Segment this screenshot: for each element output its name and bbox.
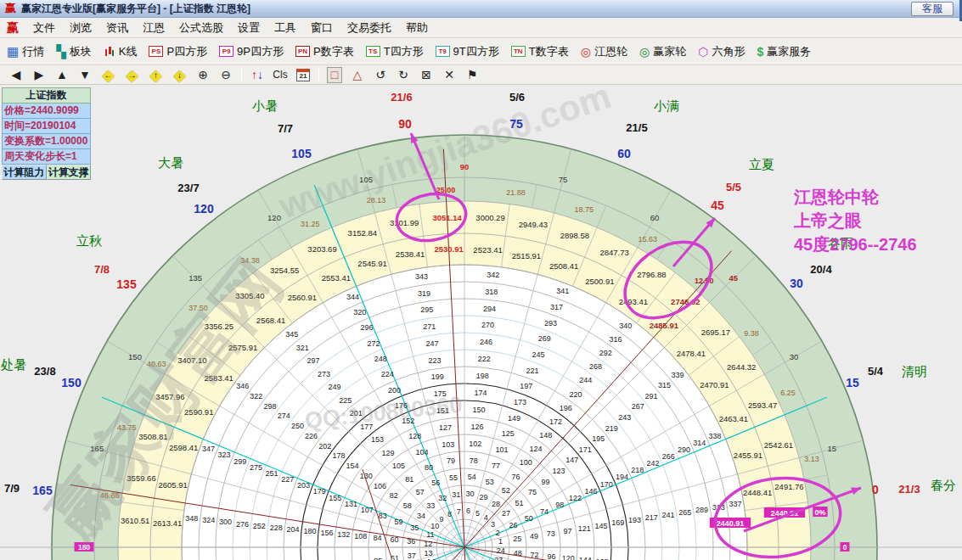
toolbar-label: 赢家轮 xyxy=(653,44,686,59)
forward-icon[interactable]: ▶ xyxy=(31,67,47,83)
svg-text:270: 270 xyxy=(481,321,494,329)
step-up-icon[interactable]: ◆↑ xyxy=(148,67,164,83)
svg-text:3: 3 xyxy=(491,520,495,529)
toolbar-item-7[interactable]: T99T四方形 xyxy=(436,44,499,59)
svg-text:103: 103 xyxy=(442,440,454,449)
updown-icon[interactable]: ↑↓ xyxy=(250,67,265,83)
svg-text:153: 153 xyxy=(371,435,384,444)
menu-item-7[interactable]: 窗口 xyxy=(311,20,333,36)
svg-text:2695.17: 2695.17 xyxy=(701,328,730,337)
zoom-in-icon[interactable]: ⊕ xyxy=(195,67,211,83)
step-right-icon[interactable]: ◆→ xyxy=(124,67,140,83)
svg-text:72: 72 xyxy=(531,551,539,559)
back-icon[interactable]: ◀ xyxy=(8,67,24,83)
boxed-x-icon[interactable]: ⊠ xyxy=(419,67,434,83)
svg-text:296: 296 xyxy=(360,323,373,332)
svg-text:228: 228 xyxy=(270,524,283,532)
menu-item-1[interactable]: 浏览 xyxy=(70,20,92,36)
svg-text:34: 34 xyxy=(417,512,425,520)
svg-text:79: 79 xyxy=(447,456,455,465)
toolbar-item-4[interactable]: P99P四方形 xyxy=(219,44,284,59)
calc-resistance-button[interactable]: 计算阻力 xyxy=(2,165,47,180)
svg-text:3051.14: 3051.14 xyxy=(432,213,462,222)
menu-item-9[interactable]: 帮助 xyxy=(406,20,428,36)
svg-text:276: 276 xyxy=(236,520,249,529)
menu-item-2[interactable]: 资讯 xyxy=(106,20,128,36)
toolbar-item-0[interactable]: ▦行情 xyxy=(7,44,44,59)
svg-text:9: 9 xyxy=(439,515,443,524)
svg-text:221: 221 xyxy=(526,367,538,375)
calendar-icon[interactable]: 21 xyxy=(295,67,311,83)
svg-text:50: 50 xyxy=(525,514,533,523)
svg-text:106: 106 xyxy=(374,482,386,490)
main-toolbar: ▦行情▚板块K线PSP四方形P99P四方形PNP数字表TST四方形T99T四方形… xyxy=(0,38,962,65)
zoom-out-icon[interactable]: ⊖ xyxy=(218,67,233,83)
svg-text:23: 23 xyxy=(494,556,503,560)
calc-support-button[interactable]: 计算支撑 xyxy=(47,165,92,180)
triangle-tool-icon[interactable]: △ xyxy=(350,67,365,83)
svg-text:48: 48 xyxy=(514,549,522,557)
svg-text:2523.41: 2523.41 xyxy=(473,245,502,255)
svg-text:51: 51 xyxy=(515,499,523,507)
down-triangle-icon[interactable]: ▼ xyxy=(77,67,93,83)
menu-item-6[interactable]: 工具 xyxy=(274,20,296,36)
svg-text:145: 145 xyxy=(594,522,607,530)
svg-text:193: 193 xyxy=(628,516,641,524)
instrument-name: 上证指数 xyxy=(2,87,91,104)
rotate-ccw-icon[interactable]: ↺ xyxy=(373,67,388,83)
toolbar-item-2[interactable]: K线 xyxy=(104,44,138,59)
wheel-outer-label-31: 7/9 xyxy=(4,482,20,495)
svg-text:241: 241 xyxy=(661,511,674,519)
ts-icon: TS xyxy=(366,46,380,57)
svg-text:11: 11 xyxy=(426,530,434,539)
rect-tool-icon[interactable]: □ xyxy=(327,67,342,83)
toolbar-item-8[interactable]: TNT数字表 xyxy=(511,44,569,59)
menu-item-0[interactable]: 文件 xyxy=(33,20,55,36)
gann-wheel-chart[interactable]: 1234567891011121314232425262728293031323… xyxy=(0,85,962,560)
step-down-icon[interactable]: ◆↓ xyxy=(172,67,188,83)
menu-item-8[interactable]: 交易委托 xyxy=(347,20,391,36)
toolbar-item-11[interactable]: ⬡六角形 xyxy=(698,44,745,59)
svg-text:243: 243 xyxy=(618,413,631,422)
svg-text:146: 146 xyxy=(584,487,597,496)
rotate-cw-icon[interactable]: ↻ xyxy=(396,67,411,83)
svg-text:28: 28 xyxy=(492,500,500,508)
toolbar-item-3[interactable]: PSP四方形 xyxy=(149,44,207,59)
svg-text:0%: 0% xyxy=(814,508,825,517)
svg-text:100: 100 xyxy=(520,458,532,467)
svg-text:2553.41: 2553.41 xyxy=(322,273,351,283)
svg-text:2485.91: 2485.91 xyxy=(650,321,679,330)
support-button[interactable]: 客服 xyxy=(911,2,954,16)
toolbar-item-1[interactable]: ▚板块 xyxy=(56,44,92,59)
svg-text:31.25: 31.25 xyxy=(301,220,320,228)
menu-item-4[interactable]: 公式选股 xyxy=(179,20,223,36)
app-logo-icon: 赢 xyxy=(5,1,16,16)
svg-text:3000.29: 3000.29 xyxy=(475,213,504,222)
step-left-icon[interactable]: ◆← xyxy=(100,67,116,83)
toolbar-item-10[interactable]: ◎赢家轮 xyxy=(639,44,686,59)
toolbar-item-9[interactable]: ◎江恩轮 xyxy=(581,44,627,59)
cls-icon[interactable]: Cls xyxy=(273,67,288,83)
svg-text:320: 320 xyxy=(353,308,366,316)
toolbar-item-12[interactable]: $赢家服务 xyxy=(757,44,811,59)
svg-text:314: 314 xyxy=(693,439,706,447)
svg-text:274: 274 xyxy=(278,412,290,420)
toolbar-item-5[interactable]: PNP数字表 xyxy=(295,44,354,59)
svg-text:108: 108 xyxy=(354,532,367,540)
svg-text:294: 294 xyxy=(483,305,496,313)
wheel-outer-label-23: 23/7 xyxy=(177,182,199,194)
toolbar-item-6[interactable]: TST四方形 xyxy=(366,44,424,59)
svg-text:60: 60 xyxy=(650,213,660,222)
center-cross-icon[interactable]: ✕ xyxy=(442,67,457,83)
menu-item-3[interactable]: 江恩 xyxy=(143,20,165,36)
toolbar-label: 赢家服务 xyxy=(767,44,811,59)
up-triangle-icon[interactable]: ▲ xyxy=(54,67,70,83)
svg-text:197: 197 xyxy=(520,382,532,390)
svg-text:341: 341 xyxy=(556,287,569,295)
wheel-outer-label-15: 30 xyxy=(790,277,803,290)
svg-text:346: 346 xyxy=(236,382,249,390)
flag-icon[interactable]: ⚑ xyxy=(464,67,480,83)
svg-text:321: 321 xyxy=(296,344,309,352)
svg-text:2796.88: 2796.88 xyxy=(637,270,666,279)
menu-item-5[interactable]: 设置 xyxy=(238,20,260,36)
